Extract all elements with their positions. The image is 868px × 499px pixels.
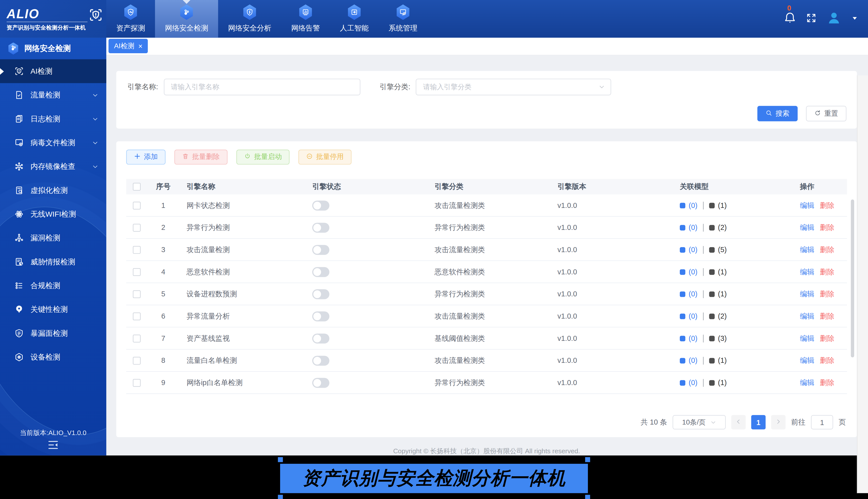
sidebar-item-关键性检测[interactable]: 关键性检测 — [0, 297, 106, 321]
sidebar-item-暴漏面检测[interactable]: 暴漏面检测 — [0, 321, 106, 345]
top-nav-item-系统管理[interactable]: 系统管理 — [379, 0, 427, 38]
table-scrollbar-thumb[interactable] — [851, 199, 854, 357]
tab-close-icon[interactable]: × — [138, 42, 142, 50]
delete-link[interactable]: 删除 — [820, 222, 834, 232]
row-checkbox[interactable] — [133, 246, 140, 253]
row-checkbox[interactable] — [133, 356, 140, 364]
user-avatar[interactable] — [827, 10, 842, 27]
power-icon — [244, 153, 251, 161]
sidebar-item-内存镜像检查[interactable]: 内存镜像检查 — [0, 155, 106, 179]
top-nav-item-网络告警[interactable]: 网络告警 — [281, 0, 330, 38]
engine-category-select[interactable]: 请输入引擎分类 — [416, 79, 612, 96]
fullscreen-icon[interactable] — [806, 12, 817, 25]
delete-link[interactable]: 删除 — [820, 333, 834, 343]
delete-link[interactable]: 删除 — [820, 311, 834, 321]
sidebar-item-漏洞检测[interactable]: 漏洞检测 — [0, 226, 106, 250]
sidebar-item-AI检测[interactable]: AI检测 — [0, 59, 106, 83]
engine-status-toggle[interactable] — [312, 311, 329, 321]
model-blue-count[interactable]: (0) — [689, 268, 697, 276]
page-size-select[interactable]: 10条/页 — [672, 415, 726, 429]
model-blue-count[interactable]: (0) — [689, 223, 697, 232]
model-blue-count[interactable]: (0) — [689, 245, 697, 254]
row-checkbox[interactable] — [133, 379, 140, 387]
notification-bell[interactable]: 0 — [784, 12, 796, 26]
batch-delete-button[interactable]: 批量删除 — [175, 150, 228, 165]
row-checkbox[interactable] — [133, 268, 140, 276]
model-blue-count[interactable]: (0) — [689, 334, 697, 342]
logo-title: ALIO — [7, 7, 101, 21]
page-1-button[interactable]: 1 — [751, 415, 766, 429]
sidebar-item-label: 病毒文件检测 — [30, 138, 75, 148]
edit-link[interactable]: 编辑 — [800, 222, 814, 232]
delete-link[interactable]: 删除 — [820, 267, 834, 277]
sidebar-collapse-button[interactable] — [47, 439, 59, 453]
select-all-checkbox[interactable] — [133, 183, 140, 191]
delete-link[interactable]: 删除 — [820, 200, 834, 210]
top-nav-item-人工智能[interactable]: 人工智能 — [330, 0, 379, 38]
engine-name-input[interactable] — [164, 79, 360, 96]
sidebar-item-病毒文件检测[interactable]: 病毒文件检测 — [0, 131, 106, 155]
row-checkbox[interactable] — [133, 202, 140, 209]
sidebar-item-设备检测[interactable]: 设备检测 — [0, 345, 106, 369]
add-button[interactable]: 添加 — [126, 150, 165, 165]
model-blue-count[interactable]: (0) — [689, 290, 697, 298]
goto-page-input[interactable] — [811, 415, 833, 429]
batch-stop-button[interactable]: 批量停用 — [298, 150, 352, 165]
prev-page-button[interactable] — [731, 415, 746, 429]
model-blue-count[interactable]: (0) — [689, 312, 697, 320]
next-page-button[interactable] — [771, 415, 785, 429]
user-menu-caret-icon[interactable] — [852, 14, 858, 24]
delete-link[interactable]: 删除 — [820, 378, 834, 388]
edit-link[interactable]: 编辑 — [800, 245, 814, 255]
delete-link[interactable]: 删除 — [820, 245, 834, 255]
edit-link[interactable]: 编辑 — [800, 289, 814, 299]
model-blue-count[interactable]: (0) — [689, 201, 697, 209]
engine-status-toggle[interactable] — [312, 222, 329, 232]
row-checkbox[interactable] — [133, 312, 140, 320]
model-blue-count[interactable]: (0) — [689, 356, 697, 365]
edit-link[interactable]: 编辑 — [800, 267, 814, 277]
top-nav-item-资产探测[interactable]: 资产探测 — [106, 0, 155, 38]
model-dark-icon — [709, 313, 715, 319]
delete-link[interactable]: 删除 — [820, 289, 834, 299]
row-checkbox[interactable] — [133, 334, 140, 342]
sidebar-item-合规检测[interactable]: 合规检测 — [0, 273, 106, 297]
shield-document-icon — [14, 329, 24, 338]
sidebar-item-日志检测[interactable]: 日志检测 — [0, 107, 106, 131]
edit-link[interactable]: 编辑 — [800, 200, 814, 210]
caption-handle-bottom-right[interactable] — [585, 495, 590, 499]
caption-handle-top-left[interactable] — [278, 457, 283, 462]
caption-handle-bottom-left[interactable] — [278, 495, 283, 499]
sidebar-item-无线WIFI检测[interactable]: 无线WIFI检测 — [0, 202, 106, 226]
top-nav-item-网络安全分析[interactable]: 网络安全分析 — [218, 0, 281, 38]
row-checkbox[interactable] — [133, 224, 140, 231]
engine-name: 攻击流量检测 — [179, 245, 305, 255]
tab-ai-detection[interactable]: AI检测 × — [109, 39, 148, 53]
scan-shield-icon — [14, 66, 24, 76]
edit-link[interactable]: 编辑 — [800, 378, 814, 388]
sidebar-item-虚拟化检测[interactable]: 虚拟化检测 — [0, 179, 106, 202]
sidebar-item-流量检测[interactable]: 流量检测 — [0, 83, 106, 107]
table-row-5: 5设备进程数预测异常行为检测类v1.0.0(0)(1)编辑删除 — [126, 283, 847, 305]
edit-link[interactable]: 编辑 — [800, 356, 814, 366]
engine-status-toggle[interactable] — [312, 267, 329, 277]
edit-link[interactable]: 编辑 — [800, 311, 814, 321]
top-nav-item-网络安全检测[interactable]: 网络安全检测 — [155, 0, 218, 38]
engine-status-toggle[interactable] — [312, 200, 329, 210]
batch-start-button[interactable]: 批量启动 — [236, 150, 290, 165]
engine-status-toggle[interactable] — [312, 333, 329, 343]
delete-link[interactable]: 删除 — [820, 356, 834, 366]
row-checkbox[interactable] — [133, 290, 140, 298]
engine-category-placeholder: 请输入引擎分类 — [423, 82, 471, 92]
sidebar-item-威胁情报检测[interactable]: 威胁情报检测 — [0, 250, 106, 273]
engine-status-toggle[interactable] — [312, 289, 329, 299]
caption-handle-top-right[interactable] — [585, 457, 590, 462]
engine-status-toggle[interactable] — [312, 245, 329, 255]
page-scrollbar[interactable] — [857, 75, 868, 493]
reset-button[interactable]: 重置 — [806, 106, 846, 121]
search-button[interactable]: 搜索 — [757, 106, 798, 121]
engine-status-toggle[interactable] — [312, 356, 329, 366]
edit-link[interactable]: 编辑 — [800, 333, 814, 343]
engine-status-toggle[interactable] — [312, 378, 329, 388]
model-blue-count[interactable]: (0) — [689, 379, 697, 387]
